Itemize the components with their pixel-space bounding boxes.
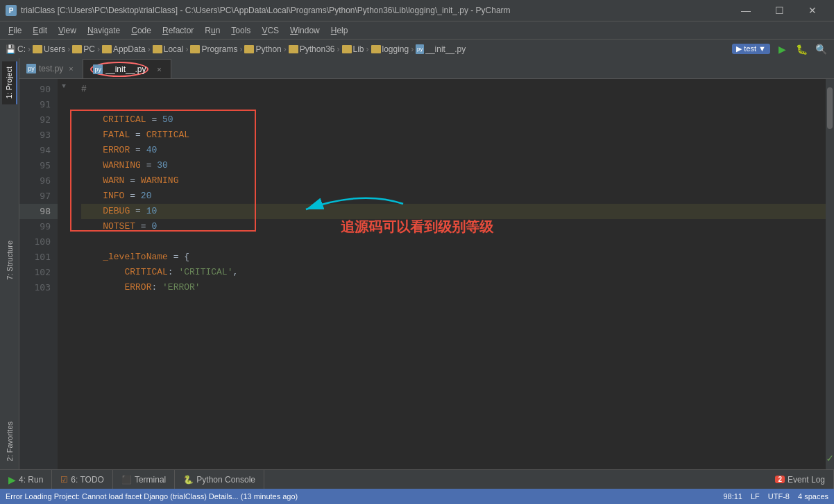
tab-todo-label: 6: TODO [71,475,104,485]
breadcrumb-logging[interactable]: logging [371,44,409,54]
right-scrollbar[interactable]: ✓ [826,79,834,469]
tab-close-icon[interactable]: × [154,64,164,74]
breadcrumb-c[interactable]: 💾 C: [6,44,26,54]
tab-todo[interactable]: ☑ 6: TODO [52,470,113,489]
breadcrumb-bar: 💾 C: › Users › PC › AppData › Local › Pr… [0,39,834,58]
menu-vcs[interactable]: VCS [256,24,284,37]
breadcrumb-python[interactable]: Python [244,44,281,54]
python-file-icon: py [416,44,424,54]
tab-highlight-circle: py __init__.py [90,62,148,77]
tab-run[interactable]: ▶ 4: Run [0,470,52,489]
minimize-button[interactable]: — [730,0,762,21]
line-num-93: 93 [19,128,58,143]
menu-file[interactable]: File [3,24,27,37]
scrollbar-thumb[interactable] [827,87,833,129]
line-num-99: 99 [19,219,58,234]
menu-refactor[interactable]: Refactor [157,24,199,37]
code-area[interactable]: # CRITICAL = 50 FATAL = CRITICAL ERROR =… [70,79,826,469]
code-line-96: WARN = WARNING [81,173,826,189]
breadcrumb-programs[interactable]: Programs [190,44,237,54]
bottom-right-tabs: 2 Event Log [767,470,834,489]
fold-gutter: ▼ [58,79,70,469]
menu-run[interactable]: Run [199,24,225,37]
sidebar-tab-favorites[interactable]: 2: Favorites [3,416,17,467]
encoding[interactable]: UTF-8 [768,492,790,501]
menu-view[interactable]: View [53,24,82,37]
menu-bar: File Edit View Navigate Code Refactor Ru… [0,21,834,39]
menu-navigate[interactable]: Navigate [82,24,126,37]
code-line-98: DEBUG = 10 [81,204,826,219]
status-bar-right: 98:11 LF UTF-8 4 spaces [723,492,828,501]
tab-test-py[interactable]: py test.py × [19,59,83,78]
line-num-92: 92 [19,112,58,128]
menu-help[interactable]: Help [325,24,354,37]
tab-init-py[interactable]: py __init__.py × [83,59,171,78]
event-log-label: Event Log [788,475,825,485]
folder-icon [190,45,200,53]
tab-event-log[interactable]: 2 Event Log [767,470,834,489]
tab-init-label: __init__.py [105,64,146,74]
menu-code[interactable]: Code [126,24,157,37]
code-line-90: # [81,82,826,97]
python-tab-icon: py [93,64,103,74]
breadcrumb-appdata[interactable]: AppData [102,44,146,54]
tab-run-label: 4: Run [19,475,43,485]
title-bar: P trialClass [C:\Users\PC\Desktop\trialC… [0,0,834,21]
maximize-button[interactable]: ☐ [763,0,795,21]
run-button[interactable]: ▶ [774,42,790,57]
drive-icon: 💾 [6,44,16,54]
breadcrumb-lib[interactable]: Lib [342,44,364,54]
python-console-icon: 🐍 [183,475,194,485]
sidebar-tab-project[interactable]: 1: Project [2,61,17,104]
fold-101[interactable]: ▼ [58,79,70,94]
close-button[interactable]: ✕ [797,0,828,21]
status-bar: Error Loading Project: Cannot load facet… [0,489,834,504]
debug-button[interactable]: 🐛 [794,42,809,57]
menu-window[interactable]: Window [284,24,325,37]
tab-close-icon[interactable]: × [66,64,76,73]
menu-tools[interactable]: Tools [225,24,256,37]
line-numbers: 90 91 92 93 94 95 96 97 98 99 100 101 10… [19,79,58,469]
sep1: › [28,44,31,54]
breadcrumb-local[interactable]: Local [153,44,184,54]
event-log-badge: 2 [775,476,785,483]
code-line-102: CRITICAL: 'CRITICAL', [81,265,826,280]
left-sidebar: 1: Project 7: Structure 2: Favorites [0,58,19,469]
line-num-101: 101 [19,250,58,265]
line-num-90: 90 [19,82,58,97]
breadcrumb-actions: ▶ test ▼ ▶ 🐛 🔍 [729,42,828,57]
tab-terminal[interactable]: ⬛ Terminal [113,470,175,489]
terminal-icon: ⬛ [121,475,132,485]
breadcrumb-python36[interactable]: Python36 [289,44,335,54]
file-tabs: py test.py × py __init__.py × [19,58,834,79]
main-area: 1: Project 7: Structure 2: Favorites py … [0,58,834,469]
line-num-97: 97 [19,189,58,204]
folder-icon [102,45,112,53]
folder-icon [244,45,254,53]
tab-python-console[interactable]: 🐍 Python Console [175,470,264,489]
breadcrumb-init-py[interactable]: py __init__.py [416,44,466,54]
line-num-100: 100 [19,234,58,250]
folder-icon [289,45,298,53]
line-num-103: 103 [19,280,58,295]
line-num-96: 96 [19,173,58,189]
breadcrumb-users[interactable]: Users [33,44,65,54]
line-ending[interactable]: LF [751,492,760,501]
breadcrumb-pc[interactable]: PC [72,44,95,54]
cursor-position[interactable]: 98:11 [723,492,742,501]
title-bar-left: P trialClass [C:\Users\PC\Desktop\trialC… [6,5,511,16]
bottom-tabs: ▶ 4: Run ☑ 6: TODO ⬛ Terminal 🐍 Python C… [0,469,834,489]
code-line-92: CRITICAL = 50 [81,112,826,128]
editor-container: py test.py × py __init__.py × 90 91 92 9… [19,58,834,469]
indent-settings[interactable]: 4 spaces [798,492,828,501]
search-button[interactable]: 🔍 [813,42,828,57]
line-num-95: 95 [19,158,58,173]
code-line-95: WARNING = 30 [81,158,826,173]
run-config-dropdown[interactable]: ▶ test ▼ [732,44,770,54]
sidebar-tab-structure[interactable]: 7: Structure [3,235,17,286]
code-line-103: ERROR: 'ERROR' [81,280,826,295]
tab-python-console-label: Python Console [196,475,255,485]
tab-terminal-label: Terminal [135,475,166,485]
code-line-93: FATAL = CRITICAL [81,128,826,143]
menu-edit[interactable]: Edit [27,24,53,37]
